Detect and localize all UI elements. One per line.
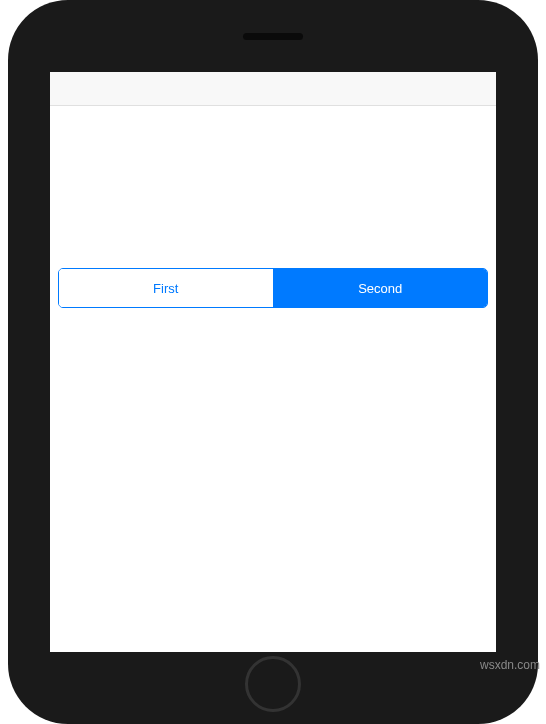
watermark: wsxdn.com: [480, 658, 540, 672]
app-content: First Second: [50, 106, 496, 652]
phone-top-bezel: [8, 0, 538, 72]
status-bar: [50, 72, 496, 106]
segment-first[interactable]: First: [59, 269, 274, 307]
segmented-control[interactable]: First Second: [58, 268, 488, 308]
home-button[interactable]: [245, 656, 301, 712]
segment-second[interactable]: Second: [274, 269, 488, 307]
phone-frame: First Second: [8, 0, 538, 724]
phone-screen: First Second: [50, 72, 496, 652]
speaker-icon: [243, 33, 303, 40]
